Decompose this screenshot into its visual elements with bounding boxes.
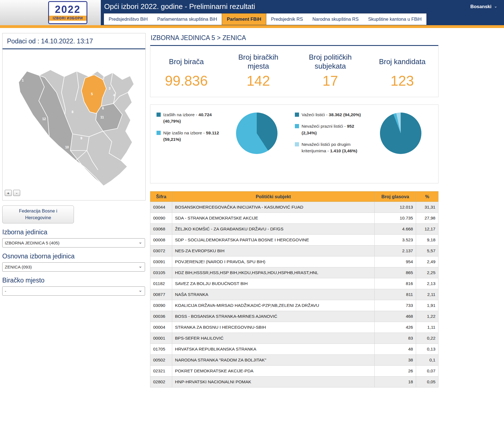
bih-map[interactable]: 12345681112910 xyxy=(6,50,142,189)
column-header-ifra: Šifra xyxy=(150,192,172,202)
map-region-label-8: 8 xyxy=(72,110,74,114)
cell-pct: 1,91 xyxy=(416,300,438,311)
map-region-label-10: 10 xyxy=(65,145,69,149)
filter-label-bira-ko-mjesto: Biračko mjesto xyxy=(2,277,146,284)
tabs-row: Predsjedništvo BiHParlamentarna skupštin… xyxy=(101,13,504,25)
tab-predsjedni-tvo-bih[interactable]: Predsjedništvo BiH xyxy=(104,13,152,25)
cell-party: POKRET DEMOKRATSKE AKCIJE-PDA xyxy=(172,366,375,377)
filter-label-osnovna-izborna-jedinica: Osnovna izborna jedinica xyxy=(2,253,146,260)
tab-narodna-skup-tina-rs[interactable]: Narodna skupština RS xyxy=(308,13,363,25)
legend-text: Izašlih na izbore - 40.724 (40,79%) xyxy=(163,111,219,125)
ballots-legend: Važeći listići - 38.362 (94,20%)Nevažeći… xyxy=(291,111,366,178)
cell-code: 03072 xyxy=(150,246,172,256)
legend-item: Nevažeći prazni listići - 952 (2,34%) xyxy=(295,123,366,136)
language-selector[interactable]: Bosanski ⌄ xyxy=(470,4,497,10)
legend-item: Izašlih na izbore - 40.724 (40,79%) xyxy=(157,111,222,125)
zoom-in-button[interactable]: + xyxy=(5,190,12,196)
cell-party: SDA - STRANKA DEMOKRATSKE AKCIJE xyxy=(172,213,375,224)
osnovna-izborna-jedinica-select[interactable]: ZENICA (093) xyxy=(2,262,145,272)
cell-code: 00502 xyxy=(150,355,172,366)
cell-code: 03068 xyxy=(150,224,172,235)
table-row: 03068ŽELJKO KOMŠIĆ - ZA GRAĐANSKU DRŽAVU… xyxy=(150,224,438,235)
ballots-pie xyxy=(380,113,421,154)
cell-code: 02321 xyxy=(150,366,172,377)
stat-label: Broj biračkih mjesta xyxy=(231,52,286,72)
tab-predsjednik-rs[interactable]: Predsjednik RS xyxy=(266,13,308,25)
cell-pct: 0,05 xyxy=(416,377,438,387)
select-wrap-bira-ko-mjesto: -⌄ xyxy=(2,286,145,296)
sidebar: Podaci od : 14.10.2022. 13:17 1234568111… xyxy=(2,33,146,387)
stat-label: Broj političkih subjekata xyxy=(303,52,358,72)
breadcrumb: IZBORNA JEDINICA 5 > ZENICA xyxy=(150,33,438,45)
cell-votes: 816 xyxy=(375,278,416,289)
chevron-down-icon: ⌄ xyxy=(494,4,497,8)
cell-pct: 1,11 xyxy=(416,322,438,333)
cell-code: 03091 xyxy=(150,256,172,267)
table-row: 01182SAVEZ ZA BOLJU BUDUĆNOST BIH8162,13 xyxy=(150,278,438,289)
stat-broj-bira-a: Broj birača99.836 xyxy=(150,52,222,89)
stat-broj-politi-kih-subjekata: Broj političkih subjekata17 xyxy=(294,52,366,89)
bira-ko-mjesto-select[interactable]: - xyxy=(2,286,145,296)
table-row: 03091POVJERENJE! (NAROD I PRAVDA, SPU BI… xyxy=(150,256,438,267)
results-table-head-row: ŠifraPolitički subjektBroj glasova% xyxy=(150,192,438,202)
map-card: Podaci od : 14.10.2022. 13:17 1234568111… xyxy=(2,33,146,200)
map-region-label-6: 6 xyxy=(102,106,104,110)
results-table-body: 03044BOSANSKOHERCEGOVAČKA INICIJATIVA - … xyxy=(150,202,438,387)
entity-button[interactable]: Federacija Bosne i Hercegovine xyxy=(2,206,74,223)
cell-code: 00877 xyxy=(150,289,172,300)
cell-party: KOALICIJA DRŽAVA-MIRSAD HADŽIKADIĆ-PZP,N… xyxy=(172,300,375,311)
zoom-out-button[interactable]: - xyxy=(13,190,20,196)
cell-party: SDP - SOCIJALDEMOKRATSKA PARTIJA BOSNE I… xyxy=(172,235,375,246)
cell-code: 01705 xyxy=(150,344,172,355)
cell-party: SAVEZ ZA BOLJU BUDUĆNOST BIH xyxy=(172,278,375,289)
cell-pct: 2,25 xyxy=(416,267,438,278)
stat-broj-kandidata: Broj kandidata123 xyxy=(366,52,438,89)
header-main: Opći izbori 2022. godine - Preliminarni … xyxy=(101,0,504,25)
cell-party: BPS-SEFER HALILOVIĆ xyxy=(172,333,375,344)
table-row: 03105HDZ BIH,HSSSR,HSS,HSP BIH,HKDU,HSPA… xyxy=(150,267,438,278)
cell-code: 03090 xyxy=(150,300,172,311)
cell-votes: 38 xyxy=(375,355,416,366)
cell-pct: 1,22 xyxy=(416,311,438,322)
table-row: 00008SDP - SOCIJALDEMOKRATSKA PARTIJA BO… xyxy=(150,235,438,246)
izborna-jedinica-select[interactable]: IZBORNA JEDINICA 5 (405) xyxy=(2,238,145,247)
cell-party: ŽELJKO KOMŠIĆ - ZA GRAĐANSKU DRŽAVU - DF… xyxy=(172,224,375,235)
cell-party: NAŠA STRANKA xyxy=(172,289,375,300)
table-row: 01705HRVATSKA REPUBLIKANSKA STRANKA480,1… xyxy=(150,344,438,355)
cell-pct: 0,1 xyxy=(416,355,438,366)
cell-code: 00001 xyxy=(150,333,172,344)
cell-party: STRANKA ZA BOSNU I HERCEGOVINU-SBIH xyxy=(172,322,375,333)
column-header-politi-ki-subjekt: Politički subjekt xyxy=(172,192,375,202)
cell-pct: 31,31 xyxy=(416,202,438,213)
results-panel: IZBORNA JEDINICA 5 > ZENICA Broj birača9… xyxy=(150,33,438,387)
table-row: 00001BPS-SEFER HALILOVIĆ830,22 xyxy=(150,333,438,344)
charts-panel: Izašlih na izbore - 40.724 (40,79%)Nije … xyxy=(150,104,438,183)
tab-skup-tine-kantona-u-fbih[interactable]: Skupštine kantona u FBiH xyxy=(363,13,426,25)
map-region-label-4: 4 xyxy=(113,93,115,97)
map-zoom-controls: + - xyxy=(5,190,20,196)
column-header-broj-glasova: Broj glasova xyxy=(375,192,416,202)
turnout-pie xyxy=(236,113,277,154)
legend-swatch xyxy=(157,131,161,135)
table-row: 03044BOSANSKOHERCEGOVAČKA INICIJATIVA - … xyxy=(150,202,438,213)
cell-votes: 48 xyxy=(375,344,416,355)
tab-parlamentarna-skup-tina-bih[interactable]: Parlamentarna skupština BiH xyxy=(152,13,222,25)
map-region-label-5: 5 xyxy=(91,92,93,96)
cell-pct: 2,13 xyxy=(416,278,438,289)
card-rule xyxy=(3,48,145,49)
accent-bar xyxy=(0,25,504,28)
data-timestamp: Podaci od : 14.10.2022. 13:17 xyxy=(3,33,145,48)
map-region-label-11: 11 xyxy=(100,115,104,119)
stat-value: 123 xyxy=(391,73,414,89)
legend-item: Nevažeći listići po drugim kriterijumima… xyxy=(295,141,366,154)
cell-code: 00036 xyxy=(150,311,172,322)
language-label: Bosanski xyxy=(470,4,492,10)
cell-code: 00008 xyxy=(150,235,172,246)
cell-party: NES-ZA EVROPSKU BIH xyxy=(172,246,375,256)
ballots-pie-box xyxy=(366,111,435,178)
cell-party: HRVATSKA REPUBLIKANSKA STRANKA xyxy=(172,344,375,355)
cell-pct: 2,49 xyxy=(416,256,438,267)
cell-votes: 4.668 xyxy=(375,224,416,235)
legend-swatch xyxy=(157,113,161,117)
tab-parlament-fbih[interactable]: Parlament FBiH xyxy=(222,13,266,25)
